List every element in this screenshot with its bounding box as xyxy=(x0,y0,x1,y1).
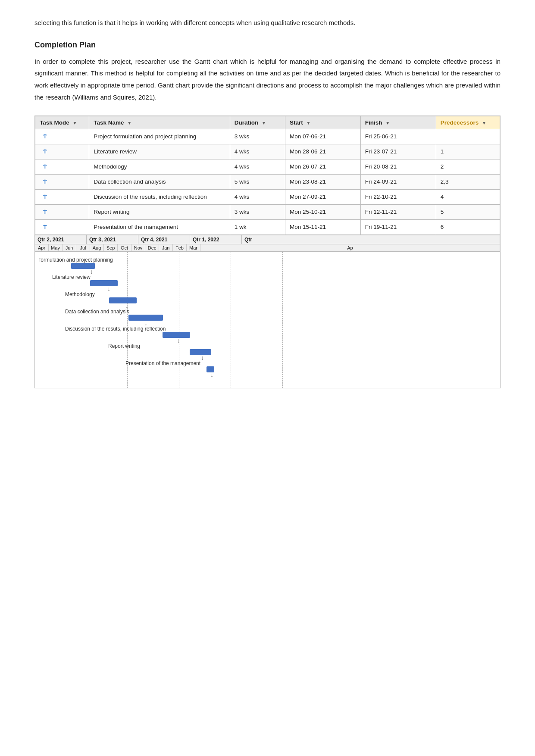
table-row: ⇈Methodology4 wksMon 26-07-21Fri 20-08-2… xyxy=(35,159,500,174)
finish-cell: Fri 19-11-21 xyxy=(360,219,436,234)
header-finish[interactable]: Finish ▼ xyxy=(360,116,436,129)
table-row: ⇈Literature review4 wksMon 28-06-21Fri 2… xyxy=(35,144,500,159)
predecessors-cell: 6 xyxy=(436,219,500,234)
month-jun: Jun xyxy=(63,244,76,251)
sort-arrow-name: ▼ xyxy=(127,121,131,125)
task-mode-icon: ⇈ xyxy=(40,132,50,141)
task-mode-cell: ⇈ xyxy=(35,204,89,219)
table-row: ⇈Project formulation and project plannin… xyxy=(35,129,500,144)
task-mode-cell: ⇈ xyxy=(35,159,89,174)
bar-4 xyxy=(163,332,190,338)
chart-label-2: Methodology xyxy=(65,291,95,297)
month-sep: Sep xyxy=(104,244,118,251)
bar-1 xyxy=(90,280,118,286)
chart-row-0: formulation and project planning ↓ xyxy=(39,257,496,268)
start-cell: Mon 26-07-21 xyxy=(285,159,360,174)
chart-row-3: Data collection and analysis ↓ xyxy=(39,309,496,320)
predecessors-cell: 4 xyxy=(436,189,500,204)
chart-row-1: Literature review ↓ xyxy=(39,274,496,285)
predecessors-cell: 2,3 xyxy=(436,174,500,189)
predecessors-cell: 2 xyxy=(436,159,500,174)
sort-arrow-pred: ▼ xyxy=(482,121,486,125)
task-mode-icon: ⇈ xyxy=(40,147,50,156)
finish-cell: Fri 24-09-21 xyxy=(360,174,436,189)
qtr-5: Qtr xyxy=(242,235,500,244)
finish-cell: Fri 12-11-21 xyxy=(360,204,436,219)
chart-label-3: Data collection and analysis xyxy=(65,309,129,315)
arrow-6: ↓ xyxy=(210,372,213,378)
sort-arrow-start: ▼ xyxy=(306,121,310,125)
sort-arrow-duration: ▼ xyxy=(262,121,266,125)
task-name-cell: Data collection and analysis xyxy=(89,174,230,189)
table-row: ⇈Discussion of the resuts, including ref… xyxy=(35,189,500,204)
header-duration[interactable]: Duration ▼ xyxy=(230,116,285,129)
header-predecessors[interactable]: Predecessors ▼ xyxy=(436,116,500,129)
month-jan: Jan xyxy=(159,244,173,251)
month-mar: Mar xyxy=(187,244,200,251)
qtr-4: Qtr 1, 2022 xyxy=(190,235,242,244)
chart-label-6: Presentation of the management xyxy=(125,360,200,366)
month-feb: Feb xyxy=(173,244,187,251)
task-mode-cell: ⇈ xyxy=(35,174,89,189)
task-name-cell: Methodology xyxy=(89,159,230,174)
month-aug: Aug xyxy=(90,244,104,251)
bar-5 xyxy=(190,349,211,355)
finish-cell: Fri 22-10-21 xyxy=(360,189,436,204)
gantt-quarters-row: Qtr 2, 2021 Qtr 3, 2021 Qtr 4, 2021 Qtr … xyxy=(35,235,500,244)
task-name-cell: Literature review xyxy=(89,144,230,159)
month-ap: Ap xyxy=(200,244,500,251)
header-start[interactable]: Start ▼ xyxy=(285,116,360,129)
finish-cell: Fri 23-07-21 xyxy=(360,144,436,159)
month-nov: Nov xyxy=(131,244,145,251)
qtr-1: Qtr 2, 2021 xyxy=(35,235,87,244)
month-may: May xyxy=(49,244,63,251)
header-task-name[interactable]: Task Name ▼ xyxy=(89,116,230,129)
duration-cell: 3 wks xyxy=(230,204,285,219)
gantt-table-wrapper: Task Mode ▼ Task Name ▼ Duration ▼ Start… xyxy=(34,116,501,235)
finish-cell: Fri 20-08-21 xyxy=(360,159,436,174)
table-row: ⇈Report writing3 wksMon 25-10-21Fri 12-1… xyxy=(35,204,500,219)
table-row: ⇈Presentation of the management1 wkMon 1… xyxy=(35,219,500,234)
month-jul: Jul xyxy=(76,244,90,251)
start-cell: Mon 15-11-21 xyxy=(285,219,360,234)
section-title: Completion Plan xyxy=(34,41,501,50)
duration-cell: 4 wks xyxy=(230,144,285,159)
month-oct: Oct xyxy=(118,244,131,251)
start-cell: Mon 28-06-21 xyxy=(285,144,360,159)
qtr-3: Qtr 4, 2021 xyxy=(138,235,190,244)
duration-cell: 1 wk xyxy=(230,219,285,234)
task-mode-icon: ⇈ xyxy=(40,208,50,216)
chart-row-6: Presentation of the management ↓ xyxy=(39,360,496,373)
gantt-table: Task Mode ▼ Task Name ▼ Duration ▼ Start… xyxy=(35,116,500,235)
chart-label-5: Report writing xyxy=(108,343,140,349)
duration-cell: 3 wks xyxy=(230,129,285,144)
start-cell: Mon 07-06-21 xyxy=(285,129,360,144)
qtr-2: Qtr 3, 2021 xyxy=(87,235,138,244)
header-task-mode[interactable]: Task Mode ▼ xyxy=(35,116,89,129)
predecessors-cell: 5 xyxy=(436,204,500,219)
duration-cell: 4 wks xyxy=(230,159,285,174)
task-mode-cell: ⇈ xyxy=(35,189,89,204)
month-apr: Apr xyxy=(35,244,49,251)
task-mode-cell: ⇈ xyxy=(35,219,89,234)
chart-row-5: Report writing ↓ xyxy=(39,343,496,354)
task-mode-cell: ⇈ xyxy=(35,129,89,144)
sort-arrow-finish: ▼ xyxy=(385,121,390,125)
duration-cell: 4 wks xyxy=(230,189,285,204)
task-mode-icon: ⇈ xyxy=(40,162,50,171)
task-name-cell: Discussion of the resuts, including refl… xyxy=(89,189,230,204)
chart-label-0: formulation and project planning xyxy=(39,257,113,263)
gantt-months-row: Apr May Jun Jul Aug Sep Oct Nov Dec Jan … xyxy=(35,244,500,252)
body-paragraph: In order to complete this project, resea… xyxy=(34,56,501,103)
predecessors-cell: 1 xyxy=(436,144,500,159)
task-name-cell: Presentation of the management xyxy=(89,219,230,234)
start-cell: Mon 25-10-21 xyxy=(285,204,360,219)
task-mode-icon: ⇈ xyxy=(40,193,50,201)
task-mode-icon: ⇈ xyxy=(40,178,50,186)
start-cell: Mon 27-09-21 xyxy=(285,189,360,204)
intro-paragraph: selecting this function is that it helps… xyxy=(34,17,501,28)
month-dec: Dec xyxy=(145,244,159,251)
start-cell: Mon 23-08-21 xyxy=(285,174,360,189)
bar-2 xyxy=(109,297,137,303)
table-row: ⇈Data collection and analysis5 wksMon 23… xyxy=(35,174,500,189)
